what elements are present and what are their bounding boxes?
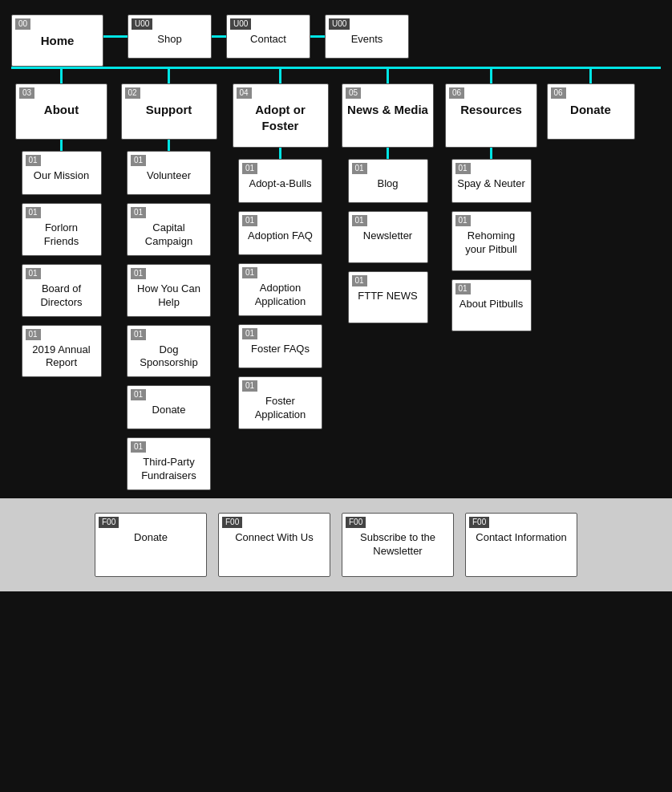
h-line-home [103, 35, 128, 38]
resources-col: 06 Resources 01 Spay & Neuter 01 Rehomin… [441, 69, 541, 331]
newsletter-node[interactable]: 01 Newsletter [348, 211, 428, 263]
volunteer-node[interactable]: 01 Volunteer [127, 151, 211, 195]
footer: F00 Donate F00 Connect With Us F00 Subsc… [0, 498, 672, 591]
donate-v-line [589, 69, 592, 83]
footer-contact-node[interactable]: F00 Contact Information [465, 513, 577, 577]
blog-node[interactable]: 01 Blog [348, 159, 428, 203]
about-col: 03 About 01 Our Mission 01 Forlorn Frien… [11, 69, 111, 377]
fttf-news-node[interactable]: 01 FTTF NEWS [348, 271, 428, 323]
home-col: 00 Home [11, 14, 103, 67]
news-node[interactable]: 05 News & Media [342, 83, 434, 148]
resources-v-line [490, 69, 492, 83]
adopt-col: 04 Adopt or Foster 01 Adopt-a-Bulls 01 A… [226, 69, 334, 429]
third-party-node[interactable]: 01 Third-Party Fundraisers [127, 437, 211, 490]
h-line-2 [310, 35, 325, 38]
events-node[interactable]: U00 Events [325, 14, 409, 59]
dog-sponsorship-node[interactable]: 01 Dog Sponsorship [127, 325, 211, 378]
how-you-can-help-node[interactable]: 01 How You Can Help [127, 264, 211, 317]
donate-main-node[interactable]: 06 Donate [547, 83, 635, 140]
adopt-children: 01 Adopt-a-Bulls 01 Adoption FAQ 01 Adop… [238, 159, 322, 429]
about-badge: 03 [19, 87, 34, 99]
foster-application-node[interactable]: 01 Foster Application [238, 376, 322, 429]
about-node[interactable]: 03 About [15, 83, 107, 140]
support-v-line2 [168, 140, 170, 151]
foster-faqs-node[interactable]: 01 Foster FAQs [238, 324, 322, 368]
about-v-line [60, 69, 63, 83]
top-items-row: U00 Shop U00 Contact U00 Events [128, 14, 409, 59]
adoption-faq-node[interactable]: 01 Adoption FAQ [238, 211, 322, 255]
news-v-line [387, 69, 389, 83]
adopt-v-line2 [279, 148, 281, 159]
events-badge: U00 [329, 18, 350, 30]
adopt-v-line [279, 69, 281, 83]
footer-connect-node[interactable]: F00 Connect With Us [218, 513, 330, 577]
home-badge: 00 [15, 18, 30, 30]
about-children: 01 Our Mission 01 Forlorn Friends 01 Boa… [22, 151, 102, 377]
board-badge: 01 [26, 268, 41, 279]
shop-badge: U00 [132, 18, 152, 30]
forlorn-badge: 01 [26, 207, 41, 218]
support-children: 01 Volunteer 01 Capital Campaign 01 How … [127, 151, 211, 490]
spay-neuter-node[interactable]: 01 Spay & Neuter [451, 159, 532, 203]
support-v-line [168, 69, 170, 83]
donate-sub-node[interactable]: 01 Donate [127, 385, 211, 429]
contact-node[interactable]: U00 Contact [226, 14, 310, 59]
main-area: 00 Home U00 Shop U00 Contact [0, 0, 672, 490]
board-node[interactable]: 01 Board of Directors [22, 264, 102, 317]
annual-report-node[interactable]: 01 2019 Annual Report [22, 325, 102, 378]
adopt-node[interactable]: 04 Adopt or Foster [233, 83, 329, 148]
support-node[interactable]: 02 Support [121, 83, 217, 140]
news-children: 01 Blog 01 Newsletter 01 FTTF NEWS [348, 159, 428, 323]
level0-row: 00 Home U00 Shop U00 Contact [8, 8, 664, 67]
capital-campaign-node[interactable]: 01 Capital Campaign [127, 203, 211, 256]
news-col: 05 News & Media 01 Blog 01 Newsletter 01… [338, 69, 438, 323]
shop-wrapper: U00 Shop [128, 14, 212, 59]
footer-connect-badge: F00 [222, 517, 242, 528]
footer-donate-node[interactable]: F00 Donate [95, 513, 207, 577]
support-col: 02 Support 01 Volunteer 01 Capital Campa… [115, 69, 223, 490]
h-line-1 [212, 35, 226, 38]
events-wrapper: U00 Events [325, 14, 409, 59]
resources-children: 01 Spay & Neuter 01 Rehoming your Pitbul… [451, 159, 532, 331]
home-node[interactable]: 00 Home [11, 14, 103, 67]
contact-wrapper: U00 Contact [226, 14, 310, 59]
resources-node[interactable]: 06 Resources [445, 83, 537, 148]
contact-badge: U00 [230, 18, 251, 30]
news-v-line2 [387, 148, 389, 159]
about-pitbulls-node[interactable]: 01 About Pitbulls [451, 279, 532, 331]
adopt-a-bulls-node[interactable]: 01 Adopt-a-Bulls [238, 159, 322, 203]
footer-donate-badge: F00 [99, 517, 119, 528]
footer-contact-badge: F00 [469, 517, 489, 528]
annual-badge: 01 [26, 329, 41, 340]
footer-subscribe-node[interactable]: F00 Subscribe to the Newsletter [342, 513, 454, 577]
our-mission-node[interactable]: 01 Our Mission [22, 151, 102, 195]
donate-col: 06 Donate [544, 69, 637, 140]
footer-subscribe-badge: F00 [346, 517, 366, 528]
shop-node[interactable]: U00 Shop [128, 14, 212, 59]
about-v-line2 [60, 140, 63, 151]
resources-v-line2 [490, 148, 492, 159]
nav-columns: 03 About 01 Our Mission 01 Forlorn Frien… [8, 69, 664, 490]
support-badge: 02 [125, 87, 140, 99]
forlorn-friends-node[interactable]: 01 Forlorn Friends [22, 203, 102, 256]
adoption-application-node[interactable]: 01 Adoption Application [238, 263, 322, 316]
our-mission-badge: 01 [26, 155, 41, 166]
rehoming-node[interactable]: 01 Rehoming your Pitbull [451, 211, 532, 271]
